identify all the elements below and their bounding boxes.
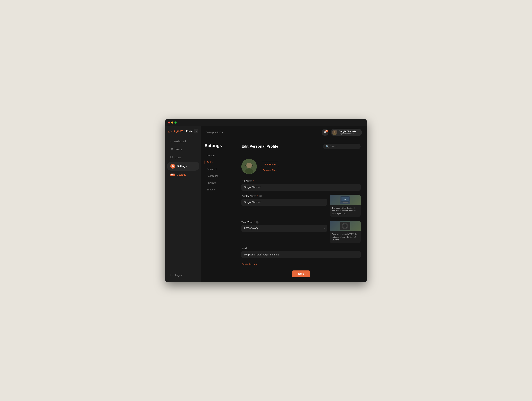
sidebar-item-users[interactable]: Users xyxy=(167,154,199,161)
remove-photo-link[interactable]: Remove Photo xyxy=(261,169,279,171)
settings-navigation: Settings Account Profile Password Notifi… xyxy=(201,139,235,282)
tooltip-text-display: The name will be displayed above your av… xyxy=(330,205,361,217)
sidebar-item-label: Teams xyxy=(175,148,182,151)
tooltip-image-display: 🏢 xyxy=(330,195,361,205)
section-divider xyxy=(241,154,361,154)
display-name-info-icon[interactable]: i xyxy=(259,195,262,197)
settings-icon: ⚙ xyxy=(170,164,175,169)
display-name-tooltip: 🏢 The name will be displayed above your … xyxy=(330,195,361,217)
settings-nav-item-profile[interactable]: Profile xyxy=(204,159,232,165)
required-indicator: * xyxy=(253,180,254,182)
avatar-section: Edit Photo Remove Photo xyxy=(241,159,361,174)
save-row: Save xyxy=(241,270,361,277)
sidebar-item-logout[interactable]: Logout xyxy=(167,272,199,279)
user-role: Orgnization Admin xyxy=(339,133,356,135)
svg-point-4 xyxy=(334,131,336,133)
svg-text:🏢: 🏢 xyxy=(344,198,346,200)
logo-icon: △∇ xyxy=(168,129,172,133)
profile-avatar xyxy=(241,159,257,174)
display-name-inner: Display Name * i xyxy=(241,195,327,206)
sidebar-item-settings[interactable]: ⚙ Settings xyxy=(167,162,199,171)
logo-text: AgileVR™ Portal xyxy=(174,130,193,133)
user-menu[interactable]: Sergiy Chernets Orgnization Admin ▾ xyxy=(331,129,362,136)
timezone-info-icon[interactable]: i xyxy=(256,221,259,224)
profile-content: Edit Personal Profile 🔍 xyxy=(235,139,367,282)
content-split: Settings Account Profile Password Notifi… xyxy=(201,139,367,282)
svg-rect-10 xyxy=(252,165,253,166)
timezone-tooltip: Once you enter AgileVR™, the watch will … xyxy=(330,221,361,243)
minimize-button[interactable] xyxy=(171,121,173,124)
settings-nav-item-password[interactable]: Password xyxy=(204,166,232,172)
settings-title: Settings xyxy=(204,143,232,148)
email-input[interactable] xyxy=(241,251,361,258)
page-title: Edit Personal Profile xyxy=(241,144,278,149)
svg-point-0 xyxy=(171,148,172,149)
vip-badge: VIP xyxy=(170,174,175,176)
titlebar xyxy=(165,119,367,126)
close-button[interactable] xyxy=(168,121,170,124)
save-button[interactable]: Save xyxy=(292,270,310,277)
profile-header-bar: Edit Personal Profile 🔍 xyxy=(241,144,361,149)
required-indicator: * xyxy=(257,195,258,197)
required-indicator: * xyxy=(248,247,249,250)
sidebar-item-label: Settings xyxy=(177,165,187,168)
users-icon xyxy=(170,156,173,159)
sidebar: △∇ AgileVR™ Portal « ⌂ Dashboard xyxy=(165,126,201,282)
settings-nav-item-payment[interactable]: Payment xyxy=(204,180,232,186)
email-field-group: Email * xyxy=(241,247,361,258)
logo-content: △∇ AgileVR™ Portal xyxy=(168,129,193,133)
app-body: △∇ AgileVR™ Portal « ⌂ Dashboard xyxy=(165,126,367,282)
svg-point-8 xyxy=(245,169,253,174)
timezone-select[interactable]: PST (-08:00) EST (-05:00) UTC (+00:00) C… xyxy=(241,225,327,232)
tooltip-image-timezone xyxy=(330,221,361,231)
traffic-lights xyxy=(168,121,177,124)
sidebar-item-upgrade[interactable]: VIP Upgrade xyxy=(167,171,199,178)
avatar-actions: Edit Photo Remove Photo xyxy=(261,162,279,171)
settings-nav-item-account[interactable]: Account xyxy=(204,152,232,158)
svg-rect-15 xyxy=(343,202,348,203)
notification-count: 3 xyxy=(325,130,328,132)
topbar: Settings > Profile 3 xyxy=(201,126,367,139)
edit-photo-button[interactable]: Edit Photo xyxy=(261,162,279,167)
timezone-select-wrapper: PST (-08:00) EST (-05:00) UTC (+00:00) C… xyxy=(241,225,327,232)
full-name-field-group: Full Name * xyxy=(241,180,361,191)
topbar-right: 3 Sergiy Chernets Orgnization xyxy=(322,129,362,136)
display-name-label: Display Name * i xyxy=(241,195,327,197)
delete-account-link[interactable]: Delete Account xyxy=(241,263,258,266)
full-name-input[interactable] xyxy=(241,184,361,191)
app-window: △∇ AgileVR™ Portal « ⌂ Dashboard xyxy=(165,119,367,282)
sidebar-item-dashboard[interactable]: ⌂ Dashboard xyxy=(167,138,199,145)
logout-label: Logout xyxy=(175,274,183,277)
sidebar-logo: △∇ AgileVR™ Portal « xyxy=(165,129,201,138)
tooltip-text-timezone: Once you enter AgileVR™, the watch will … xyxy=(330,231,361,243)
maximize-button[interactable] xyxy=(175,121,177,124)
user-info: Sergiy Chernets Orgnization Admin xyxy=(339,130,356,135)
settings-nav-item-support[interactable]: Support xyxy=(204,187,232,193)
svg-point-22 xyxy=(345,226,346,226)
svg-rect-9 xyxy=(245,165,246,166)
svg-point-1 xyxy=(172,148,173,149)
email-label: Email * xyxy=(241,247,361,250)
display-name-input[interactable] xyxy=(241,199,327,206)
timezone-inner: Time Zone * i PST (-08:00) EST (-05:00) … xyxy=(241,221,327,232)
full-name-label: Full Name * xyxy=(241,180,361,182)
required-indicator: * xyxy=(254,221,254,224)
svg-rect-2 xyxy=(171,156,173,158)
logout-icon xyxy=(170,274,173,277)
main-area: Settings > Profile 3 xyxy=(201,126,367,282)
search-bar[interactable]: 🔍 xyxy=(323,144,361,149)
collapse-sidebar-button[interactable]: « xyxy=(194,129,198,133)
timezone-label: Time Zone * i xyxy=(241,221,327,224)
svg-point-7 xyxy=(246,163,252,168)
chevron-down-icon: ▾ xyxy=(359,131,360,134)
search-input[interactable] xyxy=(330,145,358,148)
breadcrumb: Settings > Profile xyxy=(206,131,223,134)
teams-icon xyxy=(170,148,173,151)
sidebar-item-teams[interactable]: Teams xyxy=(167,146,199,153)
notification-button[interactable]: 3 xyxy=(322,129,329,136)
display-name-field-group: Display Name * i xyxy=(241,195,361,217)
home-icon: ⌂ xyxy=(170,140,172,143)
settings-nav-item-notification[interactable]: Notification xyxy=(204,173,232,179)
sidebar-item-label: Users xyxy=(175,156,181,159)
user-name: Sergiy Chernets xyxy=(339,130,356,133)
